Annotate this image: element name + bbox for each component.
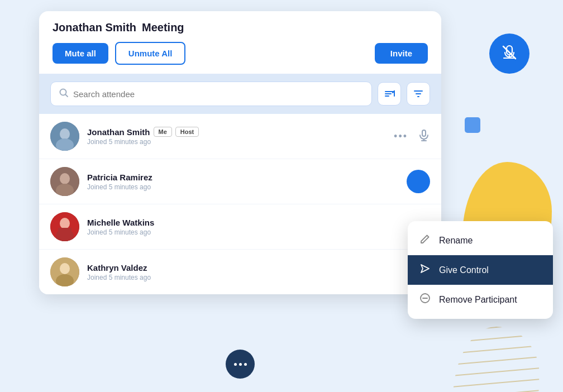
attendee-name: Jonathan Smith Me Host (87, 127, 383, 137)
mute-all-button[interactable]: Mute all (53, 43, 108, 64)
attendee-joined-time: Joined 5 minutes ago (87, 274, 430, 281)
attendee-joined-time: Joined 5 minutes ago (87, 228, 430, 236)
patricia-avatar-image (50, 167, 79, 196)
svg-point-17 (60, 173, 70, 184)
sort-icon (384, 88, 395, 99)
give-control-icon (419, 263, 431, 277)
attendee-info: Kathryn Valdez Joined 5 minutes ago (87, 263, 430, 281)
michelle-avatar-image (50, 212, 79, 241)
unmute-all-button[interactable]: Unmute All (115, 42, 186, 65)
search-icon (59, 88, 69, 100)
rename-menu-item[interactable]: Rename (408, 226, 553, 255)
more-options-button[interactable]: ••• (390, 128, 411, 145)
avatar (50, 122, 79, 151)
svg-point-26 (60, 263, 70, 274)
svg-rect-13 (422, 130, 426, 136)
search-area (39, 74, 441, 114)
svg-point-20 (60, 218, 70, 229)
attendee-row: Jonathan Smith Me Host Joined 5 minutes … (39, 114, 441, 159)
decorative-lines (453, 327, 540, 392)
remove-participant-icon (419, 293, 431, 307)
attendee-joined-time: Joined 5 minutes ago (87, 138, 383, 146)
attendee-actions: ••• (390, 128, 430, 145)
attendee-list: Jonathan Smith Me Host Joined 5 minutes … (39, 114, 441, 294)
attendee-info: Jonathan Smith Me Host Joined 5 minutes … (87, 127, 383, 146)
me-badge: Me (154, 127, 172, 137)
blue-circle-indicator (407, 170, 430, 193)
filter-button[interactable] (407, 82, 430, 106)
decorative-blue-square (465, 117, 480, 133)
ellipsis-icon: ••• (394, 131, 408, 142)
avatar (50, 257, 79, 286)
mic-button[interactable] (418, 129, 430, 144)
attendee-info: Patricia Ramirez Joined 5 minutes ago (87, 173, 430, 191)
rename-icon (419, 233, 431, 247)
host-badge: Host (175, 127, 199, 137)
attendee-joined-time: Joined 5 minutes ago (87, 183, 430, 191)
dots-icon (234, 363, 247, 366)
svg-rect-22 (58, 228, 71, 241)
header-meeting-label: Meeting (142, 21, 184, 34)
invite-button[interactable]: Invite (375, 43, 428, 64)
attendee-row: Patricia Ramirez Joined 5 minutes ago (39, 159, 441, 204)
filter-icon (413, 88, 424, 99)
avatar (50, 167, 79, 196)
attendee-name: Michelle Watkins (87, 218, 430, 227)
attendee-row: Kathryn Valdez Joined 5 minutes ago (39, 249, 441, 294)
jonathan-avatar-image (50, 122, 79, 151)
kathryn-avatar-image (50, 257, 79, 286)
search-input-wrapper (50, 82, 372, 106)
avatar (50, 212, 79, 241)
remove-participant-menu-item[interactable]: Remove Participant (408, 285, 553, 314)
search-input[interactable] (73, 89, 364, 99)
remove-participant-label: Remove Participant (439, 295, 517, 305)
context-menu: Rename Give Control (408, 221, 553, 319)
mic-slash-icon (500, 44, 518, 64)
give-control-label: Give Control (439, 265, 489, 275)
panel-header: Jonathan Smith Meeting (39, 11, 441, 42)
header-user-name: Jonathan Smith (53, 21, 136, 34)
meeting-panel: Jonathan Smith Meeting Mute all Unmute A… (39, 11, 441, 294)
sort-button[interactable] (378, 82, 401, 106)
bottom-more-button[interactable] (226, 350, 255, 379)
svg-point-11 (60, 128, 70, 140)
mic-icon (418, 129, 430, 141)
toolbar: Mute all Unmute All Invite (39, 42, 441, 74)
attendee-name: Patricia Ramirez (87, 173, 430, 182)
rename-label: Rename (439, 236, 473, 246)
muted-mic-badge (489, 34, 529, 74)
give-control-menu-item[interactable]: Give Control (408, 255, 553, 285)
attendee-name: Kathryn Valdez (87, 263, 430, 273)
svg-line-5 (66, 95, 68, 97)
attendee-info: Michelle Watkins Joined 5 minutes ago (87, 218, 430, 236)
attendee-row: Michelle Watkins Joined 5 minutes ago Re… (39, 204, 441, 249)
